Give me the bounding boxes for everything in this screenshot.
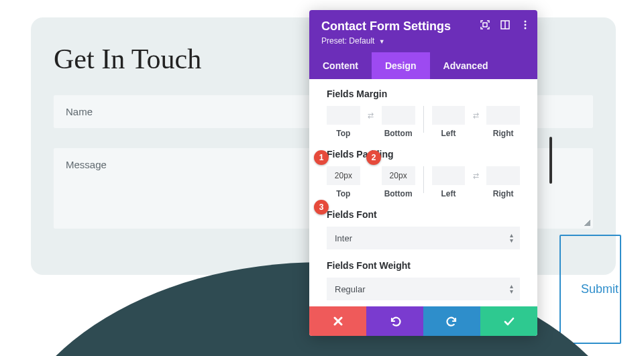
cap-top: Top [327,129,360,138]
group-weight: Fields Font Weight Regular ▴▾ [327,260,520,300]
tab-design[interactable]: Design [372,52,430,79]
undo-icon [389,315,401,327]
submit-button[interactable]: Submit [559,235,621,344]
cap-right: Right [486,189,520,198]
weight-label: Fields Font Weight [327,260,520,271]
cancel-button[interactable] [309,306,366,336]
scrollbar-thumb[interactable] [549,137,552,184]
padding-bottom-input[interactable] [382,166,415,185]
weight-value: Regular [335,284,366,294]
expand-icon[interactable] [480,19,490,30]
panel-header: Contact Form Settings Preset: Default ▼ [309,10,537,52]
cap-left: Left [432,189,466,198]
margin-bottom-input[interactable] [382,106,415,125]
svg-rect-0 [483,23,487,27]
link-icon[interactable]: ⇄ [366,106,376,125]
callout-3: 3 [314,200,329,215]
margin-label: Fields Margin [327,88,520,99]
caret-down-icon: ▼ [379,38,385,45]
redo-icon [446,315,458,327]
cap-bottom: Bottom [382,189,415,198]
callout-2: 2 [366,150,381,165]
svg-point-3 [525,21,527,23]
preset-prefix: Preset: [321,36,347,46]
chevron-updown-icon: ▴▾ [510,284,513,294]
link-icon[interactable]: ⇄ [470,106,481,125]
svg-point-5 [525,27,527,29]
link-icon[interactable] [366,166,376,185]
preset-value: Default [349,36,374,46]
columns-icon[interactable] [500,19,511,30]
save-button[interactable] [480,306,537,336]
cap-left: Left [432,129,466,138]
weight-select[interactable]: Regular ▴▾ [327,278,520,300]
close-icon [333,316,343,327]
padding-top-input[interactable] [327,166,360,185]
padding-label: Fields Padding [327,149,520,160]
group-margin: Fields Margin Top ⇄ Bottom Left ⇄ Right [327,88,520,138]
panel-footer [309,306,537,336]
tab-advanced[interactable]: Advanced [430,52,502,79]
undo-button[interactable] [366,306,423,336]
redo-button[interactable] [423,306,480,336]
more-icon[interactable] [520,19,531,30]
padding-left-input[interactable] [432,166,466,185]
link-icon[interactable]: ⇄ [470,166,481,185]
settings-panel: Contact Form Settings Preset: Default ▼ [309,10,537,336]
font-select[interactable]: Inter ▴▾ [327,227,520,249]
cap-top: Top [327,189,360,198]
chevron-updown-icon: ▴▾ [510,233,513,243]
font-label: Fields Font [327,209,520,220]
group-font: Fields Font Inter ▴▾ [327,209,520,249]
panel-body: Fields Margin Top ⇄ Bottom Left ⇄ Right … [309,79,537,306]
divider [423,106,424,133]
preset-selector[interactable]: Preset: Default ▼ [321,36,525,46]
tab-content[interactable]: Content [309,52,372,79]
margin-top-input[interactable] [327,106,360,125]
cap-right: Right [486,129,520,138]
margin-right-input[interactable] [486,106,520,125]
svg-point-4 [525,24,527,26]
check-icon [503,315,515,327]
margin-left-input[interactable] [432,106,466,125]
tabs: Content Design Advanced [309,52,537,79]
callout-1: 1 [314,150,329,165]
cap-bottom: Bottom [382,129,415,138]
padding-right-input[interactable] [486,166,520,185]
font-value: Inter [335,233,352,243]
divider [423,166,424,193]
group-padding: Fields Padding Top Bottom Left ⇄ Right [327,149,520,198]
